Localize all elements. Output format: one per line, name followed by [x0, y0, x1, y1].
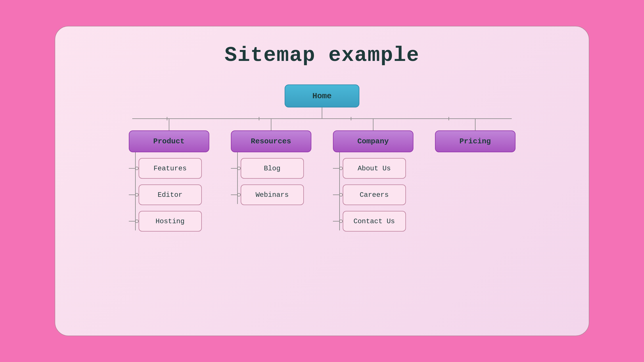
blog-node: Blog: [241, 158, 304, 179]
home-v-line: [322, 107, 322, 118]
product-child-hosting: Hosting: [129, 211, 209, 232]
resources-label: Resources: [251, 137, 291, 146]
tick-product: [167, 117, 167, 120]
pricing-node: Pricing: [435, 130, 515, 152]
h-line-features: [129, 168, 135, 169]
resources-child-blog: Blog: [231, 158, 311, 179]
main-card: Sitemap example Home Product: [55, 26, 589, 336]
features-label: Features: [154, 165, 187, 172]
company-v-connector: [373, 119, 373, 130]
aboutus-node: About Us: [343, 158, 406, 179]
resources-node: Resources: [231, 130, 311, 152]
aboutus-label: About Us: [358, 165, 391, 172]
h-bar: [132, 118, 512, 119]
h-line-editor: [129, 195, 135, 195]
level1-row: Product Features: [118, 119, 526, 232]
product-children: Features Editor: [129, 152, 209, 232]
h-line-webinars: [231, 195, 237, 195]
h-line-aboutus: [333, 168, 339, 169]
home-label: Home: [312, 92, 331, 101]
careers-label: Careers: [360, 191, 389, 199]
company-child-aboutus: About Us: [333, 158, 413, 179]
webinars-node: Webinars: [241, 184, 304, 205]
contactus-node: Contact Us: [343, 211, 406, 232]
product-bracket-vline: [135, 152, 136, 230]
blog-label: Blog: [264, 165, 281, 172]
company-child-contactus: Contact Us: [333, 211, 413, 232]
tick-resources: [259, 117, 259, 120]
company-node: Company: [333, 130, 413, 152]
resources-bracket-vline: [237, 152, 238, 204]
editor-label: Editor: [158, 191, 182, 199]
h-line-blog: [231, 168, 237, 169]
editor-node: Editor: [139, 184, 202, 205]
product-label: Product: [153, 137, 185, 146]
company-label: Company: [357, 137, 389, 146]
col-product: Product Features: [126, 119, 212, 232]
col-company: Company About Us Ca: [330, 119, 416, 232]
home-node: Home: [285, 84, 359, 107]
sitemap-diagram: Home Product: [72, 84, 572, 324]
company-bracket-vline: [339, 152, 340, 230]
pricing-v-connector: [475, 119, 476, 130]
product-v-connector: [169, 119, 169, 130]
resources-v-connector: [271, 119, 271, 130]
page-title: Sitemap example: [225, 44, 419, 67]
col-pricing: Pricing: [432, 119, 518, 152]
webinars-label: Webinars: [256, 191, 289, 199]
pricing-label: Pricing: [459, 137, 491, 146]
tick-company: [351, 117, 351, 120]
company-child-careers: Careers: [333, 184, 413, 205]
company-children: About Us Careers Contact: [333, 152, 413, 232]
product-child-editor: Editor: [129, 184, 209, 205]
resources-child-webinars: Webinars: [231, 184, 311, 205]
col-resources: Resources Blog Webi: [228, 119, 314, 205]
tick-pricing: [448, 117, 449, 120]
h-line-careers: [333, 195, 339, 195]
careers-node: Careers: [343, 184, 406, 205]
resources-children: Blog Webinars: [231, 152, 311, 205]
product-node: Product: [129, 130, 209, 152]
features-node: Features: [139, 158, 202, 179]
hosting-label: Hosting: [156, 217, 185, 225]
h-line-hosting: [129, 221, 135, 222]
h-line-contactus: [333, 221, 339, 222]
product-child-features: Features: [129, 158, 209, 179]
hosting-node: Hosting: [139, 211, 202, 232]
contactus-label: Contact Us: [353, 217, 395, 225]
